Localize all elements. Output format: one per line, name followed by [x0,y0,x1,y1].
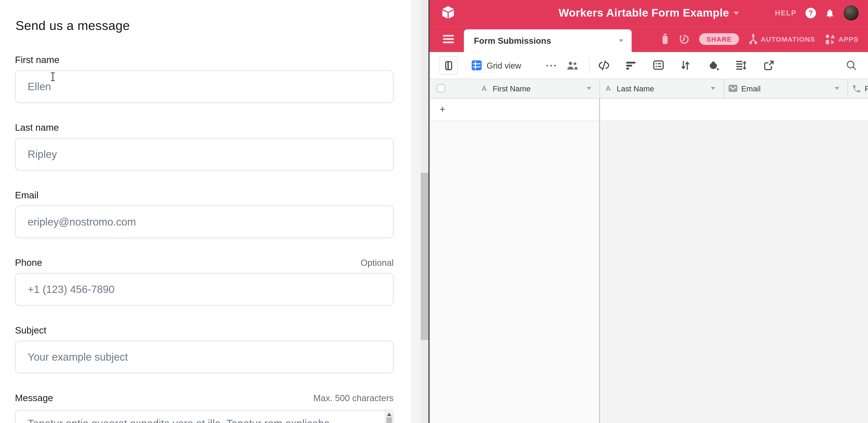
tab-form-submissions[interactable]: Form Submissions [464,29,631,52]
message-maxchars-hint: Max. 500 characters [313,393,394,403]
chevron-down-icon[interactable] [835,87,839,90]
hamburger-menu-icon[interactable] [443,35,454,43]
first-name-label: First name [15,55,394,66]
collaborators-icon[interactable] [567,61,578,70]
column-separator[interactable] [723,79,724,98]
filter-icon[interactable] [626,61,636,70]
view-name[interactable]: Grid view [487,52,521,79]
phone-label: Phone [15,258,394,269]
message-group: Message Max. 500 characters Tenetur opti… [15,393,394,423]
page-scrollbar[interactable] [421,0,429,423]
message-text: Tenetur optio quaerat expedita vero et i… [28,418,373,423]
column-header-phone[interactable]: Phone [865,84,868,93]
airtable-panel: Workers Airtable Form Example HELP ? For… [430,0,868,423]
toolbar-divider [589,57,589,73]
apps-button[interactable]: APPS [825,34,859,44]
chevron-down-icon[interactable] [587,87,591,90]
email-label: Email [15,190,394,201]
column-header-email[interactable]: Email [741,84,761,93]
scroll-up-arrow-icon[interactable] [387,413,391,416]
bell-icon[interactable] [825,7,835,19]
hide-fields-icon[interactable] [598,60,610,70]
select-all-checkbox[interactable] [437,84,445,92]
color-fill-icon[interactable] [709,60,719,71]
email-input[interactable] [15,206,394,238]
phone-optional-hint: Optional [361,258,394,268]
frozen-column-divider[interactable] [599,79,600,423]
automations-button[interactable]: AUTOMATIONS [748,34,815,44]
avatar[interactable] [844,5,859,21]
scrollbar-gutter [411,0,421,423]
phone-group: Phone Optional [15,258,394,306]
message-textarea[interactable]: Tenetur optio quaerat expedita vero et i… [15,410,394,423]
first-name-input[interactable] [15,70,394,103]
help-button[interactable]: HELP [775,9,797,17]
chevron-down-icon[interactable] [711,87,715,90]
sidebar-toggle-icon [444,61,453,70]
ibeam-cursor [50,72,56,82]
last-name-label: Last name [15,122,394,133]
sort-icon[interactable] [681,60,690,70]
form-title: Send us a message [16,18,130,33]
share-button[interactable]: SHARE [699,33,739,45]
view-toolbar: Grid view [430,52,868,79]
text-field-icon: A [482,84,487,92]
chevron-down-icon[interactable] [734,11,739,14]
share-view-icon[interactable] [764,60,774,70]
more-dots-icon[interactable] [547,65,556,67]
column-separator[interactable] [599,79,600,98]
row-height-icon[interactable] [736,60,746,70]
question-circle-icon[interactable]: ? [805,8,816,19]
subject-group: Subject [15,325,394,373]
last-name-input[interactable] [15,138,394,171]
last-name-group: Last name [15,122,394,171]
phone-field-icon [852,84,861,94]
contact-form-panel: Send us a message First name Last name E… [0,0,411,423]
column-header-row: A First Name A Last Name Email Phone [430,79,868,99]
search-icon[interactable] [846,60,856,70]
apps-mosaic-icon [825,34,836,44]
grid-empty-area[interactable] [600,121,868,423]
tab-label: Form Submissions [474,36,551,46]
phone-input[interactable] [15,273,394,306]
chevron-down-icon[interactable] [619,39,623,42]
history-icon[interactable] [679,34,690,44]
trash-icon[interactable] [661,34,669,44]
base-title[interactable]: Workers Airtable Form Example [558,7,729,19]
page-scrollbar-thumb[interactable] [421,173,429,340]
table-tabs-bar: Form Submissions SHARE [430,26,868,52]
tabsbar-right-cluster: SHARE AUTOMATIONS [661,26,859,52]
text-field-icon: A [606,84,611,92]
message-scrollbar-thumb[interactable] [386,417,392,423]
grid-empty-area-frozen[interactable] [430,121,599,423]
topbar-right-cluster: HELP ? [775,0,859,26]
email-group: Email [15,190,394,238]
add-row[interactable]: + [430,98,868,121]
subject-input[interactable] [15,341,394,373]
first-name-group: First name [15,55,394,103]
column-header-last-name[interactable]: Last Name [617,84,654,93]
automations-flow-icon [748,34,758,44]
airtable-topbar: Workers Airtable Form Example HELP ? [430,0,868,26]
subject-label: Subject [15,325,394,336]
grid-view-icon[interactable] [472,60,482,70]
screen: Send us a message First name Last name E… [0,0,868,423]
email-field-icon [728,85,737,92]
message-scrollbar[interactable] [385,411,393,423]
column-header-first-name[interactable]: First Name [493,84,531,93]
toggle-sidebar-button[interactable] [439,56,458,75]
group-icon[interactable] [653,60,664,70]
add-row-plus-icon[interactable]: + [439,103,445,115]
column-separator[interactable] [847,79,848,98]
